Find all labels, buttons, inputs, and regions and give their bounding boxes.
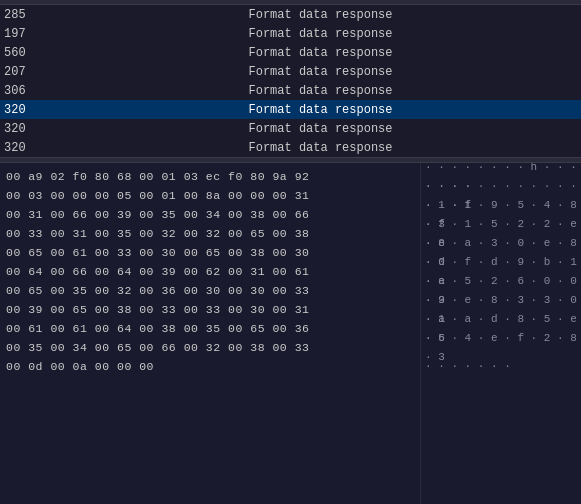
table-area: 285Format data response197Format data re… xyxy=(0,5,581,157)
top-panel: 285Format data response197Format data re… xyxy=(0,0,581,157)
hex-bytes: 00 0d 00 0a 00 00 00 xyxy=(6,357,154,376)
hex-line: 00 a9 02 f0 80 68 00 01 03 ec f0 80 9a 9… xyxy=(6,167,414,186)
length-cell: 207 xyxy=(4,65,64,79)
length-cell: 285 xyxy=(4,8,64,22)
table-row[interactable]: 306Format data response xyxy=(0,81,581,100)
hex-bytes: 00 35 00 34 00 65 00 66 00 32 00 38 00 3… xyxy=(6,338,309,357)
length-cell: 560 xyxy=(4,46,64,60)
bottom-panel: 00 a9 02 f0 80 68 00 01 03 ec f0 80 9a 9… xyxy=(0,163,581,504)
length-cell: 320 xyxy=(4,122,64,136)
info-cell: Format data response xyxy=(64,27,577,41)
hex-left-panel: 00 a9 02 f0 80 68 00 01 03 ec f0 80 9a 9… xyxy=(0,163,420,504)
length-cell: 197 xyxy=(4,27,64,41)
hex-line: 00 65 00 35 00 32 00 36 00 30 00 30 00 3… xyxy=(6,281,414,300)
hex-line: 00 61 00 61 00 64 00 38 00 35 00 65 00 3… xyxy=(6,319,414,338)
hex-bytes: 00 64 00 66 00 64 00 39 00 62 00 31 00 6… xyxy=(6,262,309,281)
table-row[interactable]: 207Format data response xyxy=(0,62,581,81)
hex-bytes: 00 61 00 61 00 64 00 38 00 35 00 65 00 3… xyxy=(6,319,309,338)
hex-bytes: 00 03 00 00 00 05 00 01 00 8a 00 00 00 3… xyxy=(6,186,309,205)
info-cell: Format data response xyxy=(64,8,577,22)
table-row[interactable]: 320Format data response xyxy=(0,138,581,157)
hex-area: 00 a9 02 f0 80 68 00 01 03 ec f0 80 9a 9… xyxy=(0,163,581,504)
table-row[interactable]: 197Format data response xyxy=(0,24,581,43)
length-cell: 320 xyxy=(4,141,64,155)
info-cell: Format data response xyxy=(64,84,577,98)
hex-right-panel: · · · · · · · · h · · · · · · ·· · · · ·… xyxy=(420,163,581,504)
hex-line: 00 31 00 66 00 39 00 35 00 34 00 38 00 6… xyxy=(6,205,414,224)
hex-bytes: 00 31 00 66 00 39 00 35 00 34 00 38 00 6… xyxy=(6,205,309,224)
table-row[interactable]: 560Format data response xyxy=(0,43,581,62)
info-cell: Format data response xyxy=(64,65,577,79)
info-cell: Format data response xyxy=(64,46,577,60)
hex-line: 00 65 00 61 00 33 00 30 00 65 00 38 00 3… xyxy=(6,243,414,262)
ascii-line: · 5 · 4 · e · f · 2 · 8 · 3 xyxy=(425,338,577,357)
length-cell: 306 xyxy=(4,84,64,98)
hex-bytes: 00 39 00 65 00 38 00 33 00 33 00 30 00 3… xyxy=(6,300,309,319)
hex-line: 00 0d 00 0a 00 00 00 xyxy=(6,357,414,376)
table-row[interactable]: 320Format data response xyxy=(0,119,581,138)
table-row[interactable]: 320Format data response xyxy=(0,100,581,119)
length-cell: 320 xyxy=(4,103,64,117)
hex-line: 00 35 00 34 00 65 00 66 00 32 00 38 00 3… xyxy=(6,338,414,357)
hex-line: 00 33 00 31 00 35 00 32 00 32 00 65 00 3… xyxy=(6,224,414,243)
hex-line: 00 64 00 66 00 64 00 39 00 62 00 31 00 6… xyxy=(6,262,414,281)
hex-bytes: 00 65 00 61 00 33 00 30 00 65 00 38 00 3… xyxy=(6,243,309,262)
hex-line: 00 03 00 00 00 05 00 01 00 8a 00 00 00 3… xyxy=(6,186,414,205)
main-container: 285Format data response197Format data re… xyxy=(0,0,581,504)
info-cell: Format data response xyxy=(64,141,577,155)
hex-bytes: 00 65 00 35 00 32 00 36 00 30 00 30 00 3… xyxy=(6,281,309,300)
table-row[interactable]: 285Format data response xyxy=(0,5,581,24)
hex-bytes: 00 33 00 31 00 35 00 32 00 32 00 65 00 3… xyxy=(6,224,309,243)
info-cell: Format data response xyxy=(64,103,577,117)
hex-line: 00 39 00 65 00 38 00 33 00 33 00 30 00 3… xyxy=(6,300,414,319)
ascii-text: · · · · · · · xyxy=(425,357,511,376)
info-cell: Format data response xyxy=(64,122,577,136)
hex-bytes: 00 a9 02 f0 80 68 00 01 03 ec f0 80 9a 9… xyxy=(6,167,309,186)
